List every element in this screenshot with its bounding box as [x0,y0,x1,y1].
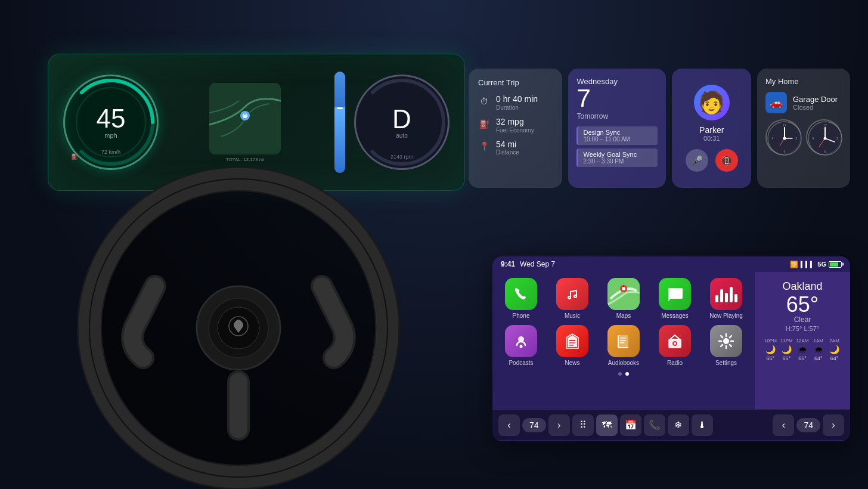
forecast-4-icon: 🌙 [829,345,839,354]
audiobooks-label: Audiobooks [608,360,639,366]
home-title: My Home [765,77,842,86]
app-phone[interactable]: Phone [498,278,544,319]
event-0-time: 10:00 – 11:00 AM [583,136,653,143]
distance-label: Distance [496,149,519,156]
nav-section: TOTAL: 12.173 mi [162,60,328,184]
svg-rect-52 [669,341,672,342]
forecast-3-temp: 64° [814,355,823,361]
forecast-3: 1AM 🌧 64° [811,338,826,361]
app-radio[interactable]: Radio [652,325,698,366]
back-button[interactable]: ‹ [498,414,520,436]
speed-number: 45 [97,106,126,132]
app-messages[interactable]: Messages [652,278,698,319]
forecast-1: 11PM 🌙 65° [779,338,794,361]
svg-text:12: 12 [823,123,827,127]
call-controls: 🎤 📵 [686,149,738,172]
drive-value: D auto [392,106,411,139]
contact-card: 🧑 Parker 00:31 🎤 📵 [672,69,751,188]
temperature-badge-left[interactable]: 74 [522,418,546,432]
back-right[interactable]: ‹ [773,414,794,436]
app-news[interactable]: News [550,325,595,366]
grid-button[interactable]: ⠿ [572,414,594,436]
temp-value-left: 74 [529,420,539,430]
blue-bar-fill [334,107,345,174]
page-dot-2 [625,372,629,376]
messages-icon [659,278,691,310]
app-music[interactable]: Music [550,278,595,319]
page-dot-1 [618,372,622,376]
home-card: My Home 🚗 Garage Door Closed 12 3 6 [757,69,850,188]
carplay-status-bar: 9:41 Wed Sep 7 🛜 ▍▍▍ 5G [492,256,850,272]
end-call-button[interactable]: 📵 [715,149,738,172]
mute-button[interactable]: 🎤 [686,149,708,172]
np-bar-5 [734,294,737,302]
fuel-economy-icon: ⛽ [478,119,490,131]
phone-icon [505,278,537,310]
nav-map [209,83,281,154]
cal-tomorrow: Tomorrow [576,112,658,120]
messages-label: Messages [661,312,689,319]
device-status: Closed [793,104,838,111]
phone-nav-button[interactable]: 📞 [644,414,665,436]
speedometer: 45 mph 72 km/h ⛽ [60,72,162,173]
temperature-badge-right[interactable]: 74 [796,418,820,432]
app-audiobooks[interactable]: Audiobooks [601,325,646,366]
battery-indicator [829,261,842,268]
nowplaying-bars [715,286,737,302]
wifi-icon: 🛜 [790,261,798,268]
event-1-time: 2:30 – 3:30 PM [583,158,653,165]
forecast-0-temp: 65° [767,355,775,361]
trip-card: Current Trip ⏱ 0 hr 40 min Duration ⛽ 32… [469,69,562,188]
settings-label: Settings [715,360,737,366]
cal-event-0: Design Sync 10:00 – 11:00 AM [576,126,658,145]
calendar-card: Wednesday 7 Tomorrow Design Sync 10:00 –… [568,69,666,188]
podcasts-icon [505,325,537,357]
clock-widget-2: 12 3 6 9 [806,119,842,155]
app-nowplaying[interactable]: Now Playing [703,278,749,319]
weather-temp: 65° [763,294,842,315]
home-device: 🚗 Garage Door Closed [765,92,842,113]
forward-button[interactable]: › [548,414,570,436]
nowplaying-icon [710,278,742,310]
forecast-0: 10PM 🌙 65° [763,338,778,361]
svg-point-37 [622,287,625,290]
svg-text:6: 6 [784,150,786,153]
device-name: Garage Door [793,95,838,104]
garage-icon: 🚗 [765,92,787,113]
nowplaying-label: Now Playing [709,312,743,319]
calendar-nav-button[interactable]: 📅 [620,414,641,436]
distance-icon: 📍 [478,141,490,153]
svg-point-21 [783,137,786,140]
carplay-apps-area: Phone Music [492,272,755,409]
forward-right[interactable]: › [823,414,844,436]
forecast-2-time: 12AM [796,338,809,343]
podcasts-label: Podcasts [509,360,533,366]
svg-text:12: 12 [783,123,786,127]
svg-text:3: 3 [796,137,798,140]
svg-rect-46 [620,338,626,339]
forecast-2-icon: 🌧 [798,345,807,354]
carplay-bottom-bar: ‹ 74 › ⠿ 🗺 📅 📞 ❄ 🌡 ‹ 74 › [492,409,850,440]
climate-button[interactable]: 🌡 [692,414,713,436]
carplay-main: Phone Music [492,272,850,409]
total-distance: TOTAL: 12.173 mi [226,157,265,162]
maps-nav-button[interactable]: 🗺 [596,414,618,436]
svg-point-30 [824,137,827,140]
speed-km: 72 km/h [101,149,120,155]
fan-button[interactable]: ❄ [668,414,689,436]
forecast-0-icon: 🌙 [765,345,776,354]
np-bar-3 [725,293,728,302]
duration-icon: ⏱ [478,97,490,109]
status-time: 9:41 [501,260,515,268]
app-maps[interactable]: Maps [601,278,646,319]
fuel-value: 32 mpg [496,117,534,127]
music-label: Music [565,312,580,319]
app-settings[interactable]: Settings [703,325,749,366]
app-podcasts[interactable]: Podcasts [498,325,544,366]
forecast-3-icon: 🌧 [814,345,823,354]
svg-rect-45 [619,335,628,347]
weather-city: Oakland [763,280,842,293]
weather-hilo: H:75° L:57° [763,325,842,332]
trip-duration-item: ⏱ 0 hr 40 min Duration [478,94,553,111]
trip-distance-item: 📍 54 mi Distance [478,140,553,156]
